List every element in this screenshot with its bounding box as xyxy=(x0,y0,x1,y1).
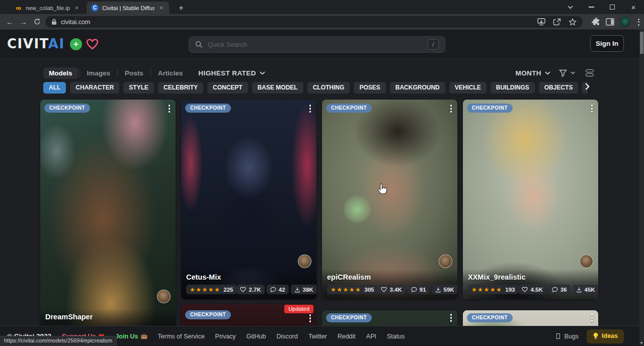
model-preview-image xyxy=(40,100,176,336)
tab-close-icon[interactable]: × xyxy=(73,5,80,12)
comment-icon xyxy=(411,287,417,293)
civitai-logo[interactable]: CIVITAI xyxy=(7,36,65,51)
bugs-button[interactable]: Bugs xyxy=(556,333,579,340)
model-card-cetus-mix[interactable]: CHECKPOINT Cetus-Mix ★★★★★225 2.7K 42 38… xyxy=(181,100,316,299)
back-button[interactable]: ← xyxy=(3,18,17,26)
search-input[interactable]: Quick Search / xyxy=(189,36,445,53)
scrollbar-thumb[interactable] xyxy=(640,32,643,54)
creator-avatar[interactable] xyxy=(298,254,311,268)
category-chip[interactable]: BACKGROUND xyxy=(390,82,445,94)
footer-link-reddit[interactable]: Reddit xyxy=(338,333,356,340)
scrollbar-down-arrow[interactable] xyxy=(640,342,643,344)
creator-avatar[interactable] xyxy=(157,290,171,303)
comment-icon xyxy=(270,287,276,293)
bookmark-star-icon[interactable] xyxy=(569,18,577,26)
forward-button[interactable]: → xyxy=(17,18,30,26)
heart-icon xyxy=(240,287,246,292)
category-chip[interactable]: CELEBRITY xyxy=(158,82,203,94)
category-chip[interactable]: OBJECTS xyxy=(539,82,579,94)
model-card-xxmix9realistic[interactable]: CHECKPOINT XXMix_9realistic ★★★★★193 4.5… xyxy=(463,100,598,299)
window-close-button[interactable]: × xyxy=(623,0,644,14)
card-menu-icon[interactable] xyxy=(448,312,455,323)
model-type-badge: CHECKPOINT xyxy=(185,310,231,319)
categories-scroll-right-icon[interactable] xyxy=(585,83,590,90)
category-chip[interactable]: POSES xyxy=(354,82,385,94)
model-title: DreamShaper xyxy=(45,313,171,321)
tab-close-icon[interactable]: × xyxy=(158,5,165,12)
tab-models[interactable]: Models xyxy=(43,67,78,79)
install-icon[interactable] xyxy=(537,18,545,26)
briefcase-icon xyxy=(141,333,147,339)
bug-icon xyxy=(556,333,560,339)
browser-profile-avatar[interactable] xyxy=(620,17,630,27)
share-icon[interactable] xyxy=(553,18,561,26)
tab-articles[interactable]: Articles xyxy=(152,67,189,79)
model-card-epicrealism[interactable]: CHECKPOINT epiCRealism ★★★★★305 3.4K 91 … xyxy=(322,100,457,299)
model-title: Cetus-Mix xyxy=(186,273,311,281)
star-icons: ★★★★★ xyxy=(331,286,361,293)
ideas-button[interactable]: Ideas xyxy=(587,329,624,343)
category-chip[interactable]: STYLE xyxy=(123,82,154,94)
footer-link-api[interactable]: API xyxy=(366,333,376,340)
model-type-badge: CHECKPOINT xyxy=(467,104,513,113)
model-type-badge: CHECKPOINT xyxy=(467,313,513,322)
layout-toggle-icon[interactable] xyxy=(586,69,594,76)
card-menu-icon[interactable] xyxy=(307,103,314,114)
chevron-down-icon xyxy=(545,71,550,75)
card-menu-icon[interactable] xyxy=(589,312,596,323)
card-menu-icon[interactable] xyxy=(166,103,173,114)
period-dropdown[interactable]: MONTH xyxy=(516,69,542,77)
sort-dropdown[interactable]: HIGHEST RATED xyxy=(198,69,265,77)
filter-funnel-icon[interactable] xyxy=(559,69,567,77)
url-bar[interactable]: civitai.com xyxy=(45,16,583,28)
card-menu-icon[interactable] xyxy=(589,103,596,114)
page-scrollbar[interactable] xyxy=(639,30,644,346)
window-minimize-button[interactable] xyxy=(581,0,602,14)
create-button[interactable]: + xyxy=(70,38,82,50)
comments-count: 91 xyxy=(420,287,426,293)
category-chip[interactable]: CONCEPT xyxy=(207,82,248,94)
new-tab-button[interactable]: + xyxy=(175,2,187,14)
model-type-badge: CHECKPOINT xyxy=(326,104,372,113)
reload-button[interactable] xyxy=(30,18,44,25)
footer-link-twitter[interactable]: Twitter xyxy=(308,333,327,340)
creator-avatar[interactable] xyxy=(580,254,593,268)
rating-pill: ★★★★★193 xyxy=(468,285,518,294)
browser-tab-colab[interactable]: ∞ new_colab_file.ipynb - Colaborat × xyxy=(10,2,85,14)
extensions-puzzle-icon[interactable] xyxy=(592,18,600,26)
footer-link-privacy[interactable]: Privacy xyxy=(215,333,236,340)
sign-in-button[interactable]: Sign In xyxy=(590,35,624,52)
updated-badge: Updated xyxy=(284,305,313,313)
comments-pill: 42 xyxy=(267,285,289,294)
support-heart-icon[interactable] xyxy=(86,38,99,50)
browser-menu-icon[interactable] xyxy=(636,19,641,26)
side-panel-icon[interactable] xyxy=(606,18,614,26)
tab-images[interactable]: Images xyxy=(82,67,116,79)
footer-link-status[interactable]: Status xyxy=(387,333,405,340)
category-chip[interactable]: CLOTHING xyxy=(307,82,350,94)
tab-search-icon[interactable] xyxy=(559,0,581,14)
window-maximize-button[interactable] xyxy=(602,0,623,14)
category-chip[interactable]: BUILDINGS xyxy=(491,82,535,94)
heart-icon xyxy=(381,287,387,292)
creator-avatar[interactable] xyxy=(439,254,452,268)
model-card-dreamshaper[interactable]: CHECKPOINT DreamShaper xyxy=(40,100,176,336)
model-title: XXMix_9realistic xyxy=(468,273,593,281)
mouse-cursor-hand xyxy=(376,183,388,196)
comments-pill: 91 xyxy=(408,285,430,294)
likes-pill: 2.7K xyxy=(236,285,264,294)
category-chip[interactable]: BASE MODEL xyxy=(252,82,303,94)
card-menu-icon[interactable] xyxy=(307,313,314,324)
footer-link-discord[interactable]: Discord xyxy=(277,333,298,340)
browser-tab-civitai[interactable]: C Civitai | Stable Diffusion models, × xyxy=(87,2,169,14)
tab-posts[interactable]: Posts xyxy=(119,67,149,79)
category-chip[interactable]: CHARACTER xyxy=(70,82,119,94)
category-chip[interactable]: ALL xyxy=(43,82,66,94)
footer-link-terms[interactable]: Terms of Service xyxy=(158,333,205,340)
category-chip[interactable]: VEHICLE xyxy=(449,82,487,94)
likes-count: 3.4K xyxy=(389,287,401,293)
footer-link-join-us[interactable]: Join Us xyxy=(115,333,147,340)
content-nav: Models Images Posts Articles HIGHEST RAT… xyxy=(43,66,594,80)
footer-link-github[interactable]: GitHub xyxy=(247,333,266,340)
card-menu-icon[interactable] xyxy=(448,103,455,114)
